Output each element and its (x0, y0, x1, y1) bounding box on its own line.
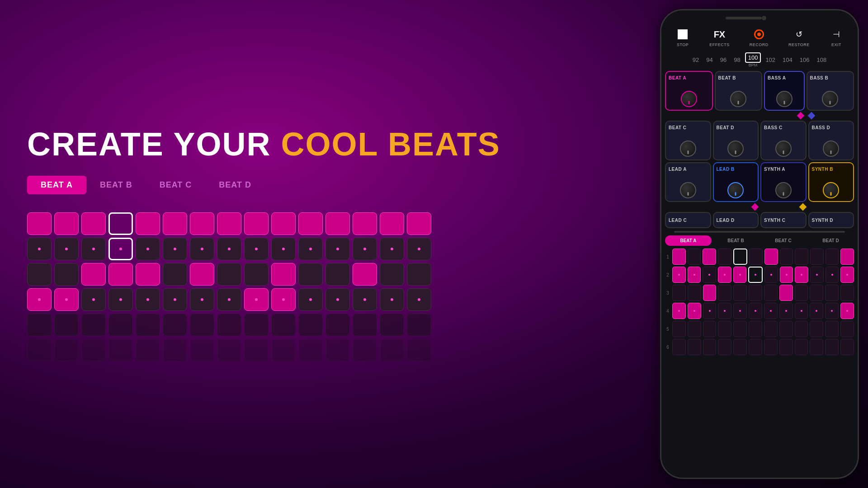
grid-cell[interactable] (244, 339, 269, 361)
pad-lead-c[interactable]: LEAD C (665, 212, 711, 228)
grid-cell[interactable] (271, 238, 296, 260)
grid-cell[interactable] (407, 288, 431, 311)
mini-cell[interactable] (718, 285, 731, 301)
mini-cell[interactable] (672, 285, 686, 301)
mini-cell[interactable] (718, 339, 731, 355)
mini-cell[interactable] (672, 249, 686, 265)
mini-cell[interactable] (688, 249, 701, 265)
knob-bass-c[interactable] (775, 141, 792, 157)
tab-beat-a[interactable]: BEAT A (27, 176, 86, 194)
mini-cell[interactable] (840, 303, 854, 319)
mini-cell[interactable] (733, 303, 747, 319)
bpm-104[interactable]: 104 (780, 55, 795, 65)
mini-cell[interactable] (749, 339, 762, 355)
knob-beat-a[interactable] (681, 91, 697, 107)
stop-button[interactable]: STOP (676, 28, 689, 47)
pad-bass-b[interactable]: BASS B (807, 71, 854, 111)
mini-cell[interactable] (825, 303, 839, 319)
grid-cell[interactable] (81, 238, 106, 260)
mini-cell[interactable] (748, 267, 763, 283)
grid-cell[interactable] (136, 339, 160, 361)
pad-synth-c[interactable]: SYNTH C (760, 212, 807, 228)
grid-cell[interactable] (27, 288, 52, 311)
grid-cell[interactable] (136, 314, 160, 336)
mini-cell[interactable] (764, 303, 778, 319)
mini-cell[interactable] (718, 321, 731, 337)
mini-cell[interactable] (795, 339, 808, 355)
grid-cell[interactable] (81, 263, 106, 286)
grid-cell[interactable] (136, 288, 160, 311)
grid-cell[interactable] (380, 238, 404, 260)
mini-cell[interactable] (764, 321, 778, 337)
mini-cell[interactable] (733, 285, 747, 301)
grid-cell[interactable] (190, 339, 214, 361)
grid-cell[interactable] (326, 238, 350, 260)
restore-button[interactable]: ↺ RESTORE (788, 28, 810, 47)
knob-beat-c[interactable] (680, 141, 696, 157)
bpm-102[interactable]: 102 (763, 55, 778, 65)
tab-beat-c[interactable]: BEAT C (146, 176, 206, 194)
mini-cell[interactable] (733, 267, 747, 283)
mini-cell[interactable] (840, 249, 854, 265)
mini-cell[interactable] (795, 285, 808, 301)
mini-cell[interactable] (764, 285, 778, 301)
grid-cell[interactable] (108, 314, 133, 336)
grid-cell[interactable] (353, 314, 377, 336)
mini-cell[interactable] (672, 339, 686, 355)
mini-cell[interactable] (703, 339, 717, 355)
grid-cell[interactable] (108, 288, 133, 311)
grid-cell[interactable] (190, 288, 214, 311)
grid-cell[interactable] (54, 314, 79, 336)
bottom-tab-beat-b[interactable]: BEAT B (712, 235, 759, 246)
grid-cell[interactable] (190, 238, 214, 260)
mini-cell[interactable] (688, 285, 701, 301)
pad-bass-c[interactable]: BASS C (760, 121, 807, 160)
mini-cell[interactable] (825, 285, 839, 301)
bottom-tab-beat-a[interactable]: BEAT A (665, 235, 712, 246)
grid-cell[interactable] (81, 212, 106, 235)
grid-cell[interactable] (136, 212, 160, 235)
pad-lead-a[interactable]: LEAD A (665, 162, 711, 202)
grid-cell[interactable] (81, 288, 106, 311)
grid-cell[interactable] (271, 263, 296, 286)
mini-cell[interactable] (733, 249, 748, 265)
bpm-106[interactable]: 106 (797, 55, 812, 65)
mini-cell[interactable] (764, 267, 778, 283)
mini-cell[interactable] (749, 321, 762, 337)
mini-cell[interactable] (795, 267, 808, 283)
mini-cell[interactable] (810, 267, 824, 283)
grid-cell[interactable] (298, 314, 323, 336)
mini-cell[interactable] (780, 249, 793, 265)
mini-cell[interactable] (795, 249, 808, 265)
grid-cell[interactable] (380, 212, 404, 235)
mini-cell[interactable] (703, 267, 716, 283)
mini-cell[interactable] (672, 267, 686, 283)
mini-cell[interactable] (749, 285, 762, 301)
mini-cell[interactable] (672, 321, 686, 337)
mini-cell[interactable] (826, 249, 839, 265)
grid-cell[interactable] (217, 339, 241, 361)
grid-cell[interactable] (190, 263, 214, 286)
grid-cell[interactable] (163, 339, 187, 361)
grid-cell[interactable] (298, 212, 323, 235)
mini-cell[interactable] (733, 321, 747, 337)
mini-cell[interactable] (840, 267, 854, 283)
mini-cell[interactable] (810, 339, 823, 355)
grid-cell[interactable] (27, 212, 52, 235)
pad-beat-b[interactable]: BEAT B (715, 71, 763, 111)
exit-button[interactable]: ⊣ EXIT (830, 28, 843, 47)
phone-side-button[interactable] (858, 101, 859, 128)
tab-beat-b[interactable]: BEAT B (86, 176, 146, 194)
grid-cell[interactable] (108, 238, 133, 260)
mini-cell[interactable] (840, 285, 854, 301)
grid-cell[interactable] (108, 212, 133, 235)
pad-beat-a[interactable]: BEAT A (665, 71, 713, 111)
grid-cell[interactable] (298, 238, 323, 260)
grid-cell[interactable] (353, 212, 377, 235)
grid-cell[interactable] (271, 314, 296, 336)
grid-cell[interactable] (244, 212, 269, 235)
grid-cell[interactable] (298, 339, 323, 361)
record-button[interactable]: RECORD (750, 28, 769, 47)
grid-cell[interactable] (244, 238, 269, 260)
grid-cell[interactable] (54, 339, 79, 361)
